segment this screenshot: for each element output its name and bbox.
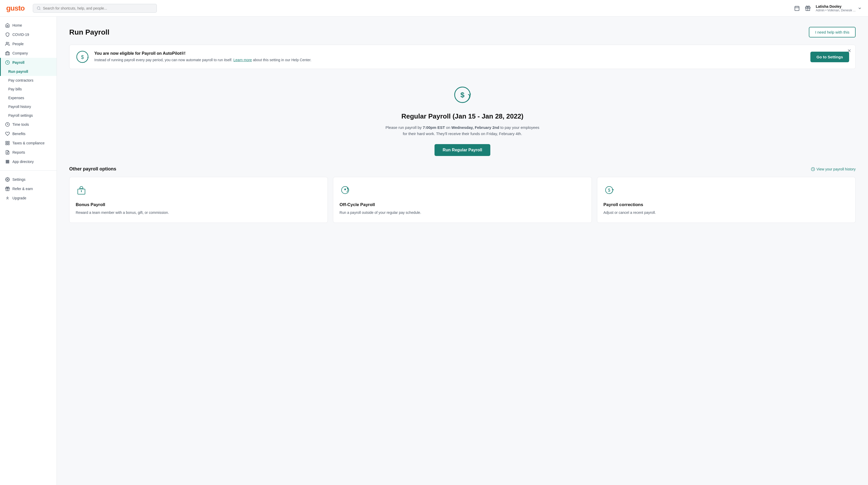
sidebar-item-label: Payroll settings [8,114,33,118]
history-icon [811,167,815,171]
upgrade-icon [5,196,10,200]
sidebar-item-app-directory[interactable]: App directory [0,157,57,166]
sidebar-item-settings[interactable]: Settings [0,175,57,184]
help-button[interactable]: I need help with this [809,27,856,37]
svg-point-15 [8,160,9,161]
sidebar-item-refer[interactable]: Refer & earn [0,184,57,193]
sidebar-item-label: Refer & earn [12,187,33,191]
payroll-cycle-icon: $ [69,85,856,106]
sidebar-item-reports[interactable]: Reports [0,148,57,157]
bonus-payroll-card[interactable]: Bonus Payroll Reward a team member with … [69,177,328,223]
grid-icon [5,141,10,146]
sidebar-item-label: Run payroll [8,69,28,74]
main-layout: Home COVID-19 People Company Payroll [0,0,868,485]
svg-point-18 [8,161,9,162]
view-payroll-history-link[interactable]: View your payroll history [811,167,856,171]
nav-right: Latisha Dooley Admin • Volkman, Denesik … [794,4,862,12]
autopilot-banner-icon: $ [76,50,89,64]
search-bar[interactable] [33,4,157,13]
shield-icon [5,32,10,37]
sidebar-item-company[interactable]: Company [0,48,57,58]
page-header: Run Payroll I need help with this [69,27,856,37]
sidebar-item-label: People [12,42,24,46]
calendar-icon [794,5,800,11]
svg-point-0 [37,7,40,9]
user-menu[interactable]: Latisha Dooley Admin • Volkman, Denesik … [816,4,862,12]
sidebar-item-payroll-settings[interactable]: Payroll settings [0,111,57,120]
sidebar-item-label: Payroll history [8,105,31,109]
sidebar-item-home[interactable]: Home [0,21,57,30]
sidebar-item-label: Home [12,23,22,27]
svg-point-17 [7,161,8,162]
svg-rect-9 [6,143,7,145]
other-options-title: Other payroll options [69,166,116,172]
search-input[interactable] [43,6,153,10]
other-options-header: Other payroll options View your payroll … [69,166,856,172]
svg-point-3 [6,42,8,44]
payroll-corrections-card[interactable]: $ Payroll corrections Adjust or cancel a… [597,177,856,223]
home-icon [5,23,10,28]
learn-more-link[interactable]: Learn more [234,58,252,62]
svg-rect-4 [6,52,9,55]
sidebar-item-label: Benefits [12,132,26,136]
sidebar: Home COVID-19 People Company Payroll [0,17,57,485]
svg-point-14 [7,160,8,161]
sidebar-item-label: Pay contractors [8,78,33,83]
view-history-label: View your payroll history [816,167,856,171]
svg-rect-1 [795,6,799,10]
svg-rect-10 [8,143,9,145]
sidebar-item-label: Pay bills [8,87,22,91]
top-navigation: gusto Latisha Dooley Admin • Volkman, De… [0,0,868,17]
people-icon [5,41,10,46]
sidebar-item-run-payroll[interactable]: Run payroll [0,67,57,76]
sidebar-item-expenses[interactable]: Expenses [0,94,57,102]
reports-icon [5,150,10,155]
other-options-section: Other payroll options View your payroll … [69,166,856,223]
sidebar-item-people[interactable]: People [0,39,57,48]
sidebar-item-label: Reports [12,150,25,155]
sidebar-item-label: Expenses [8,96,24,100]
payroll-corrections-icon: $ [603,184,849,198]
user-name: Latisha Dooley [816,4,856,8]
sidebar-item-covid[interactable]: COVID-19 [0,30,57,39]
off-cycle-payroll-card[interactable]: Off-Cycle Payroll Run a payroll outside … [333,177,592,223]
bonus-payroll-icon [76,184,321,198]
user-role: Admin • Volkman, Denesik ... [816,8,856,12]
sidebar-item-pay-contractors[interactable]: Pay contractors [0,76,57,85]
calendar-button[interactable] [794,5,800,11]
run-regular-payroll-button[interactable]: Run Regular Payroll [435,144,491,156]
gift-button[interactable] [805,5,811,11]
sidebar-item-payroll[interactable]: Payroll [0,58,57,67]
building-icon [5,51,10,56]
sidebar-item-taxes[interactable]: Taxes & compliance [0,138,57,148]
sidebar-item-label: Upgrade [12,196,26,200]
payroll-corrections-desc: Adjust or cancel a recent payroll. [603,210,849,215]
sidebar-item-benefits[interactable]: Benefits [0,129,57,138]
sidebar-item-time-tools[interactable]: Time tools [0,120,57,129]
svg-rect-8 [8,141,9,142]
sidebar-item-pay-bills[interactable]: Pay bills [0,85,57,94]
gift-icon [805,5,811,11]
banner-content: You are now eligible for Payroll on Auto… [94,51,805,63]
svg-text:$: $ [81,54,84,60]
sidebar-item-label: COVID-19 [12,33,29,37]
off-cycle-payroll-icon [339,184,585,198]
sidebar-item-upgrade[interactable]: Upgrade [0,193,57,203]
sidebar-item-payroll-history[interactable]: Payroll history [0,102,57,111]
banner-title: You are now eligible for Payroll on Auto… [94,51,805,56]
payroll-icon [5,60,10,65]
main-content: Run Payroll I need help with this $ You … [57,17,868,485]
payroll-period-title: Regular Payroll (Jan 15 - Jan 28, 2022) [69,112,856,120]
off-cycle-payroll-desc: Run a payroll outside of your regular pa… [339,210,585,215]
sidebar-item-label: App directory [12,160,34,164]
payroll-options-grid: Bonus Payroll Reward a team member with … [69,177,856,223]
svg-text:$: $ [608,188,610,192]
svg-text:$: $ [460,91,464,99]
go-to-settings-button[interactable]: Go to Settings [810,52,849,62]
app-logo[interactable]: gusto [6,4,25,12]
gear-icon [5,177,10,182]
bonus-payroll-title: Bonus Payroll [76,202,321,207]
banner-close-button[interactable]: ✕ [847,48,851,54]
svg-point-21 [8,162,9,163]
sidebar-item-label: Payroll [12,60,25,65]
